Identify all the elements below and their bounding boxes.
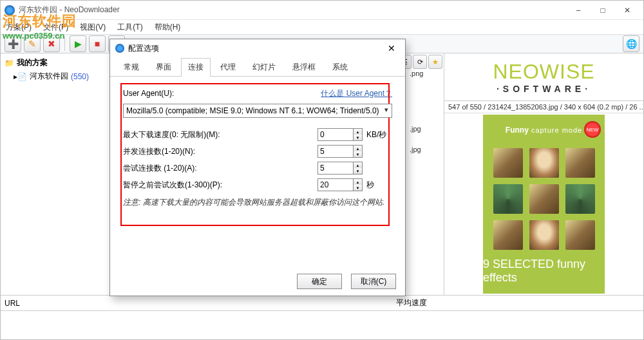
dialog-close-button[interactable]: ✕	[383, 41, 400, 55]
sidebar-project[interactable]: ▸📄 河东软件园 (550)	[3, 70, 107, 83]
effect-thumb	[565, 184, 595, 214]
pause-unit: 秒	[366, 180, 392, 191]
menu-bar: 方案(P) 文件(F) 视图(V) 工具(T) 帮助(H)	[1, 20, 643, 34]
app-icon	[5, 5, 15, 15]
retry-input[interactable]	[317, 162, 354, 175]
tab-connection[interactable]: 连接	[181, 58, 211, 77]
toolbar-separator	[64, 37, 65, 51]
add-button[interactable]: ➕	[5, 35, 21, 52]
menu-view[interactable]: 视图(V)	[77, 21, 108, 34]
preview-image: NEW Funny capture mode 9 SELECTED funny …	[483, 115, 605, 294]
effect-thumb	[565, 148, 595, 178]
file-ext: .jpg	[410, 146, 421, 153]
maximize-button[interactable]: □	[591, 3, 615, 18]
menu-help[interactable]: 帮助(H)	[152, 21, 184, 34]
minimize-button[interactable]: –	[566, 3, 591, 18]
column-headers: URL 平均速度	[1, 295, 643, 310]
conn-input[interactable]	[317, 145, 354, 158]
effect-thumb	[493, 220, 523, 250]
ua-input[interactable]	[123, 104, 392, 118]
ua-help-link[interactable]: 什么是 User Agent？	[321, 88, 392, 99]
close-button[interactable]: ✕	[615, 3, 639, 18]
max-speed-label: 最大下载速度(0: 无限制)(M):	[123, 129, 317, 140]
cancel-button[interactable]: 取消(C)	[351, 274, 396, 289]
new-badge: NEW	[584, 121, 601, 138]
tab-slideshow[interactable]: 幻灯片	[245, 58, 283, 77]
menu-tools[interactable]: 工具(T)	[115, 21, 145, 34]
window-title: 河东软件园 - NeoDownloader	[19, 5, 566, 15]
settings-dialog: 配置选项 ✕ 常规 界面 连接 代理 幻灯片 悬浮框 系统 User Agent…	[109, 39, 406, 296]
pause-label: 暂停之前尝试次数(1-300)(P):	[123, 180, 317, 191]
effect-thumb	[529, 220, 559, 250]
tab-proxy[interactable]: 代理	[213, 58, 243, 77]
pause-spinner[interactable]: ▲▼	[354, 178, 363, 191]
brand-logo: NEOWISE ·SOFTWARE·	[444, 53, 643, 101]
refresh-button[interactable]: ⟳	[413, 55, 427, 69]
col-url: URL	[5, 299, 20, 308]
transfer-area	[1, 310, 643, 340]
project-count: (550)	[71, 72, 89, 81]
conn-label: 并发连接数(1-20)(N):	[123, 146, 317, 157]
ok-button[interactable]: 确定	[297, 274, 342, 289]
project-title: 河东软件园	[30, 71, 68, 82]
stop-button[interactable]: ■	[89, 35, 106, 52]
play-button[interactable]: ▶	[70, 35, 86, 52]
update-button[interactable]: 🌐	[623, 35, 639, 52]
sidebar: 📁 我的方案 ▸📄 河东软件园 (550)	[1, 53, 110, 295]
dialog-icon	[115, 44, 124, 53]
menu-file[interactable]: 方案(P)	[3, 21, 34, 34]
folder-icon: 📁	[5, 59, 14, 68]
effect-thumb	[529, 148, 559, 178]
max-speed-spinner[interactable]: ▲▼	[354, 128, 363, 141]
warning-note: 注意: 高速下载大量的内容可能会导致网站服务器超载和屏蔽你访问这个网站.	[123, 196, 392, 208]
file-ext: .jpg	[410, 125, 421, 133]
max-speed-unit: KB/秒	[366, 129, 392, 140]
effect-thumb	[493, 184, 523, 214]
file-ext: .png	[410, 70, 423, 77]
dialog-tabs: 常规 界面 连接 代理 幻灯片 悬浮框 系统	[110, 57, 405, 77]
pause-input[interactable]	[317, 178, 354, 191]
tab-float[interactable]: 悬浮框	[285, 58, 323, 77]
tab-general[interactable]: 常规	[117, 58, 146, 77]
tab-system[interactable]: 系统	[325, 58, 355, 77]
delete-button[interactable]: ✖	[43, 35, 60, 52]
menu-edit[interactable]: 文件(F)	[41, 21, 71, 34]
preview-info: 547 of 550 / 231424_13852063.jpg / 340 x…	[444, 101, 643, 113]
tab-interface[interactable]: 界面	[149, 58, 178, 77]
favorite-button[interactable]: ★	[428, 55, 442, 69]
right-panel: NEOWISE ·SOFTWARE· 547 of 550 / 231424_1…	[444, 53, 643, 295]
col-avg: 平均速度	[396, 298, 427, 308]
effect-thumb	[565, 220, 595, 250]
effect-thumb	[529, 184, 559, 214]
sidebar-header: 我的方案	[17, 57, 48, 68]
retry-label: 尝试连接数 (1-20)(A):	[123, 163, 317, 174]
conn-spinner[interactable]: ▲▼	[354, 145, 363, 158]
effect-thumb	[493, 148, 523, 178]
max-speed-input[interactable]	[317, 128, 354, 141]
retry-spinner[interactable]: ▲▼	[354, 162, 363, 175]
ua-label: User Agent(U):	[123, 89, 174, 98]
dialog-title: 配置选项	[128, 43, 383, 54]
edit-button[interactable]: ✎	[24, 35, 41, 52]
project-icon: ▸📄	[14, 72, 27, 81]
